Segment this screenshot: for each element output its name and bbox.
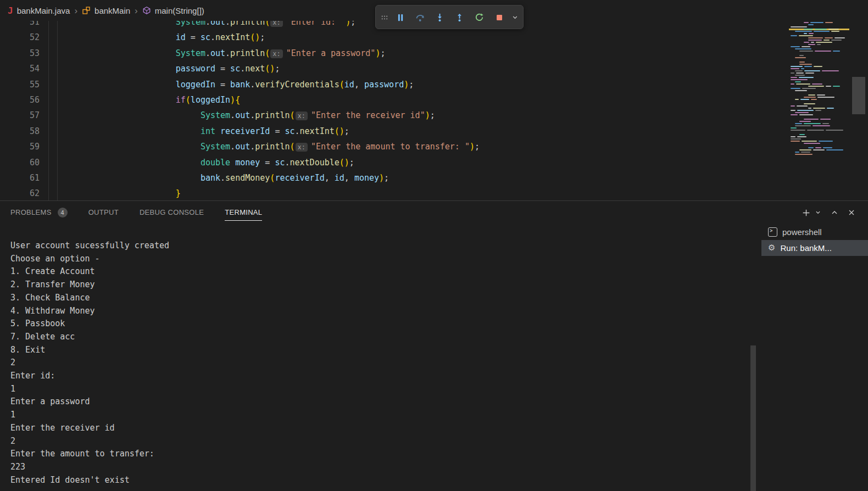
breadcrumb-class[interactable]: bankMain (94, 6, 130, 15)
minimap-line (789, 31, 849, 32)
token: loggedIn (191, 95, 230, 105)
panel-tab-debug-console[interactable]: DEBUG CONSOLE (140, 205, 204, 220)
terminal-output[interactable]: User account sucessfully createdChoose a… (10, 239, 169, 487)
minimap-line (789, 62, 849, 63)
minimap-line (789, 35, 849, 36)
code-line[interactable]: 57System.out.println(x:"Enter the receiv… (0, 108, 868, 123)
token: "Enter the receiver id" (311, 110, 425, 120)
step-over-button[interactable] (410, 8, 429, 26)
code-editor[interactable]: 51System.out.println(x:"Enter id: ");52i… (0, 0, 868, 200)
code-line[interactable]: 60double money = sc.nextDouble(); (0, 155, 868, 170)
minimap[interactable] (789, 20, 849, 161)
token: . (250, 110, 255, 120)
token: ) (470, 142, 475, 152)
step-out-button[interactable] (450, 8, 469, 26)
minimap-line (789, 55, 849, 56)
code-line[interactable]: 55loggedIn = bank.verifyCredentials(id, … (0, 77, 868, 92)
token: money (235, 158, 260, 168)
inlay-hint: x: (296, 111, 308, 120)
token: . (220, 173, 225, 183)
minimap-line (789, 134, 849, 135)
line-number[interactable]: 57 (0, 108, 40, 123)
class-symbol-icon (82, 6, 91, 15)
code-line[interactable]: 56if(loggedIn){ (0, 92, 868, 108)
drag-handle-icon[interactable] (379, 8, 390, 26)
code-text: loggedIn = bank.verifyCredentials(id, pa… (40, 77, 414, 92)
token: = (260, 158, 275, 168)
panel-tab-problems[interactable]: PROBLEMS4 (10, 204, 68, 221)
panel-actions (802, 201, 856, 224)
minimap-line (789, 94, 849, 96)
close-panel-button[interactable] (847, 208, 856, 217)
token: "Enter a password" (286, 48, 376, 58)
code-text: password = sc.next(); (40, 61, 280, 76)
stop-button[interactable] (489, 8, 508, 26)
token: ) (404, 80, 409, 90)
token: sc (275, 158, 285, 168)
line-number[interactable]: 53 (0, 46, 40, 61)
token: () (335, 126, 344, 136)
minimap-line (789, 90, 849, 91)
token: out (235, 110, 250, 120)
code-line[interactable]: 61bank.sendMoney(receiverId, id, money); (0, 170, 868, 186)
bottom-panel: PROBLEMS4OUTPUTDEBUG CONSOLETERMINAL Use… (0, 200, 868, 491)
breadcrumb-file[interactable]: bankMain.java (17, 6, 70, 15)
code-line[interactable]: 53System.out.println(x:"Enter a password… (0, 46, 868, 61)
line-number[interactable]: 58 (0, 124, 40, 139)
debug-options-chevron-icon[interactable] (509, 8, 520, 26)
new-terminal-button[interactable] (802, 208, 811, 217)
step-into-button[interactable] (430, 8, 449, 26)
token: id (335, 173, 344, 183)
terminal-line: Enter the receiver id (10, 422, 169, 435)
terminal-instance-label: Run: bankM... (780, 243, 831, 253)
line-number[interactable]: 62 (0, 186, 40, 200)
code-line[interactable]: 62} (0, 186, 868, 200)
minimap-line (789, 125, 849, 126)
minimap-line (789, 42, 849, 43)
code-line[interactable]: 59System.out.println(x:"Enter the amount… (0, 139, 868, 154)
token: ; (384, 173, 389, 183)
token: ; (349, 158, 354, 168)
inlay-hint: x: (296, 143, 308, 152)
minimap-line (789, 44, 849, 45)
chevron-right-icon: › (134, 6, 138, 15)
code-line[interactable]: 58int receiverId = sc.nextInt(); (0, 124, 868, 139)
terminal-profile-chevron-icon[interactable] (814, 209, 822, 216)
line-number[interactable]: 55 (0, 77, 40, 92)
code-text: if(loggedIn){ (40, 92, 240, 108)
token: nextDouble (290, 158, 339, 168)
maximize-panel-button[interactable] (830, 208, 839, 217)
panel-tab-output[interactable]: OUTPUT (88, 205, 119, 220)
minimap-line (789, 37, 849, 38)
line-number[interactable]: 59 (0, 139, 40, 154)
restart-button[interactable] (470, 8, 488, 26)
terminal-instance-powershell[interactable]: powershell (761, 224, 868, 240)
terminal-line: 3. Check Balance (10, 292, 169, 305)
token: "Enter the amount to transfer: " (311, 142, 470, 152)
line-number[interactable]: 52 (0, 30, 40, 45)
minimap-line (789, 138, 849, 140)
panel-tab-terminal[interactable]: TERMINAL (225, 205, 262, 221)
token: loggedIn (176, 80, 215, 90)
token: . (225, 48, 230, 58)
code-line[interactable]: 54password = sc.next(); (0, 61, 868, 76)
code-line[interactable]: 52id = sc.nextInt(); (0, 30, 868, 45)
line-number[interactable]: 56 (0, 92, 40, 108)
minimap-line (789, 81, 849, 82)
token: ; (260, 32, 265, 42)
terminal-scrollbar-thumb[interactable] (750, 345, 756, 491)
minimap-line (789, 123, 849, 124)
minimap-line (789, 53, 849, 54)
editor-scrollbar-thumb[interactable] (852, 77, 865, 114)
line-number[interactable]: 61 (0, 170, 40, 186)
terminal-line: Choose an option - (10, 253, 169, 266)
breadcrumb-method[interactable]: main(String[]) (155, 6, 204, 15)
minimap-line (789, 149, 849, 150)
pause-button[interactable] (391, 8, 409, 26)
line-number[interactable]: 60 (0, 155, 40, 170)
terminal-instance-run-bankm-[interactable]: ⚙Run: bankM... (761, 240, 868, 256)
line-number[interactable]: 54 (0, 61, 40, 76)
terminal-line: 4. Withdraw Money (10, 305, 169, 318)
token: ( (290, 142, 294, 152)
terminal-icon (768, 227, 777, 237)
